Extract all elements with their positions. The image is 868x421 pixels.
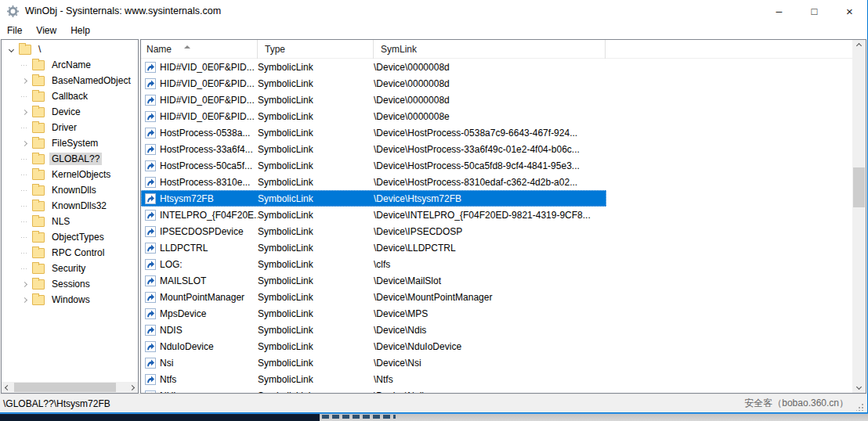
tree-item-kernelobjects[interactable]: KernelObjects — [2, 167, 138, 182]
tree-item-global[interactable]: GLOBAL?? — [2, 151, 138, 167]
close-button[interactable]: × — [832, 0, 867, 22]
list-row-ntfs[interactable]: NtfsSymbolicLink\Ntfs — [141, 371, 606, 387]
tree-item-nls[interactable]: NLS — [2, 214, 138, 229]
cell-type: SymbolicLink — [258, 193, 374, 204]
list-row-nul[interactable]: NULSymbolicLink\Device\Null — [141, 387, 606, 394]
tree-panel: \ ArcNameBaseNamedObjectCallbackDeviceDr… — [1, 39, 139, 394]
list-header: Name Type SymLink — [141, 40, 866, 59]
tree-horizontal-scrollbar[interactable] — [2, 382, 138, 393]
list-row-log[interactable]: LOG:SymbolicLink\clfs — [141, 256, 606, 272]
folder-icon — [32, 170, 45, 180]
menu-help[interactable]: Help — [63, 23, 97, 38]
cell-symlink: \Device\HostProcess-8310edaf-c362-4d2b-a… — [374, 177, 604, 188]
tree-item-label: FileSystem — [49, 137, 100, 149]
scroll-up-arrow-icon[interactable] — [852, 40, 866, 52]
symlink-shortcut-icon — [145, 193, 156, 204]
tree-item-knowndlls32[interactable]: KnownDlls32 — [2, 198, 138, 214]
tree-item-label: Sessions — [49, 278, 92, 290]
background-window-strip — [0, 413, 868, 421]
list-vertical-scrollbar[interactable] — [852, 40, 866, 393]
chevron-right-icon[interactable] — [19, 73, 31, 88]
list-row-hostprocess-0538a[interactable]: HostProcess-0538a...SymbolicLink\Device\… — [141, 124, 606, 141]
resize-grip[interactable] — [856, 403, 864, 411]
tree-item-label: ArcName — [49, 59, 93, 71]
column-header-name[interactable]: Name — [141, 40, 258, 59]
list-row-mpsdevice[interactable]: MpsDeviceSymbolicLink\Device\MPS — [141, 305, 606, 322]
vertical-scrollbar-thumb[interactable] — [853, 167, 865, 207]
scroll-right-arrow-icon[interactable] — [126, 382, 138, 393]
list-row-hid-vid-0e0f-pid[interactable]: HID#VID_0E0F&PID...SymbolicLink\Device\0… — [141, 59, 606, 75]
chevron-right-icon[interactable] — [19, 104, 31, 120]
list-row-hostprocess-8310e[interactable]: HostProcess-8310e...SymbolicLink\Device\… — [141, 174, 606, 190]
maximize-button[interactable]: □ — [797, 0, 832, 22]
symlink-shortcut-icon — [145, 160, 156, 171]
tree-item-root[interactable]: \ — [2, 41, 138, 57]
folder-icon — [32, 92, 45, 102]
chevron-right-icon[interactable] — [19, 276, 31, 292]
tree-item-knowndlls[interactable]: KnownDlls — [2, 182, 138, 198]
tree-item-windows[interactable]: Windows — [2, 292, 138, 308]
tree-item-filesystem[interactable]: FileSystem — [2, 135, 138, 151]
tree-item-label: \ — [36, 43, 43, 56]
list-row-htsysm72fb[interactable]: Htsysm72FBSymbolicLink\Device\Htsysm72FB — [141, 190, 606, 207]
list-row-hid-vid-0e0f-pid[interactable]: HID#VID_0E0F&PID...SymbolicLink\Device\0… — [141, 75, 606, 92]
minimize-button[interactable]: – — [761, 0, 797, 22]
chevron-right-icon[interactable] — [19, 292, 31, 308]
scroll-down-arrow-icon[interactable] — [852, 381, 866, 393]
cell-symlink: \clfs — [374, 259, 604, 270]
tree-item-driver[interactable]: Driver — [2, 120, 138, 135]
screen: WinObj - Sysinternals: www.sysinternals.… — [0, 0, 868, 421]
symlink-shortcut-icon — [145, 111, 156, 122]
tree-item-label: Callback — [49, 90, 90, 103]
object-list: HID#VID_0E0F&PID...SymbolicLink\Device\0… — [141, 59, 866, 394]
tree-item-security[interactable]: Security — [2, 261, 138, 276]
column-header-type[interactable]: Type — [258, 40, 374, 59]
chevron-right-icon[interactable] — [19, 135, 31, 151]
menu-file[interactable]: File — [0, 23, 29, 38]
chevron-down-icon[interactable] — [5, 41, 17, 57]
tree-item-device[interactable]: Device — [2, 104, 138, 120]
list-row-hostprocess-33a6f4[interactable]: HostProcess-33a6f4...SymbolicLink\Device… — [141, 141, 606, 157]
tree-item-rpc-control[interactable]: RPC Control — [2, 245, 138, 261]
column-label: SymLink — [381, 44, 417, 55]
list-row-hid-vid-0e0f-pid[interactable]: HID#VID_0E0F&PID...SymbolicLink\Device\0… — [141, 92, 606, 108]
symlink-shortcut-icon — [145, 358, 156, 369]
list-row-lldpctrl[interactable]: LLDPCTRLSymbolicLink\Device\LLDPCTRL — [141, 239, 606, 256]
cell-name: INTELPRO_{F04F20E... — [160, 210, 258, 221]
list-row-hostprocess-50ca5f[interactable]: HostProcess-50ca5f...SymbolicLink\Device… — [141, 157, 606, 174]
list-row-nsi[interactable]: NsiSymbolicLink\Device\Nsi — [141, 354, 606, 371]
tree-item-objecttypes[interactable]: ObjectTypes — [2, 229, 138, 245]
tree-item-sessions[interactable]: Sessions — [2, 276, 138, 292]
list-row-mountpointmanager[interactable]: MountPointManagerSymbolicLink\Device\Mou… — [141, 289, 606, 305]
scroll-left-arrow-icon[interactable] — [2, 382, 13, 393]
folder-icon — [19, 45, 31, 55]
list-row-ipsecdospdevice[interactable]: IPSECDOSPDeviceSymbolicLink\Device\IPSEC… — [141, 223, 606, 239]
symlink-shortcut-icon — [145, 95, 156, 106]
list-row-intelpro-f04f20e[interactable]: INTELPRO_{F04F20E...SymbolicLink\Device\… — [141, 207, 606, 223]
sort-ascending-icon — [184, 45, 190, 49]
list-row-ndis[interactable]: NDISSymbolicLink\Device\Ndis — [141, 322, 606, 338]
cell-name: HID#VID_0E0F&PID... — [160, 78, 258, 89]
cell-symlink: \Device\Htsysm72FB — [374, 193, 604, 204]
folder-icon — [32, 107, 45, 117]
list-row-hid-vid-0e0f-pid[interactable]: HID#VID_0E0F&PID...SymbolicLink\Device\0… — [141, 108, 606, 124]
menubar: File View Help — [0, 22, 867, 39]
tree-item-arcname[interactable]: ArcName — [2, 57, 138, 73]
tree-item-label: GLOBAL?? — [49, 153, 102, 165]
column-label: Type — [265, 44, 285, 55]
cell-type: SymbolicLink — [258, 95, 374, 106]
folder-icon — [32, 139, 45, 149]
list-row-mailslot[interactable]: MAILSLOTSymbolicLink\Device\MailSlot — [141, 272, 606, 289]
cell-type: SymbolicLink — [258, 325, 374, 336]
list-row-nduiodevice[interactable]: NduIoDeviceSymbolicLink\Device\NduIoDevi… — [141, 338, 606, 354]
tree-item-basenamedobject[interactable]: BaseNamedObject — [2, 73, 138, 88]
tree-connector — [19, 88, 31, 104]
tree-item-label: Windows — [49, 293, 92, 306]
cell-symlink: \Device\MountPointManager — [374, 292, 604, 303]
cell-symlink: \Device\Ndis — [374, 325, 604, 336]
cell-symlink: \Device\0000008d — [374, 62, 604, 73]
column-header-symlink[interactable]: SymLink — [374, 40, 606, 59]
menu-view[interactable]: View — [29, 23, 63, 38]
tree-item-callback[interactable]: Callback — [2, 88, 138, 104]
horizontal-scrollbar-thumb[interactable] — [14, 383, 116, 392]
